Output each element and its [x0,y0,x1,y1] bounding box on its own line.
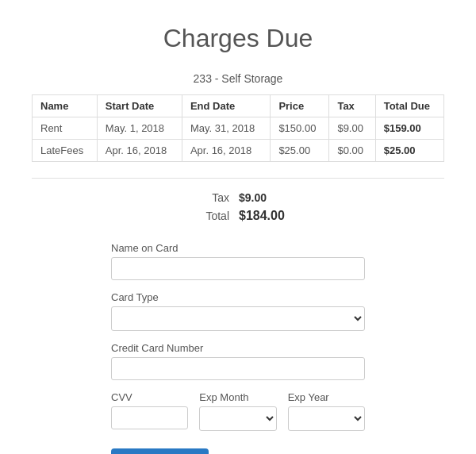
name-on-card-group: Name on Card [111,242,365,280]
row-2-price: $25.00 [271,140,329,162]
card-type-label: Card Type [111,291,365,303]
card-type-group: Card Type Visa Mastercard American Expre… [111,291,365,331]
col-header-start-date: Start Date [97,95,182,117]
exp-month-label: Exp Month [199,391,276,403]
col-header-price: Price [271,95,329,117]
row-1-start-date: May. 1, 2018 [97,117,182,140]
cvv-label: CVV [111,391,188,403]
row-2-start-date: Apr. 16, 2018 [97,140,182,162]
name-on-card-input[interactable] [111,257,365,280]
tax-value: $9.00 [239,191,294,204]
row-2-total-due: $25.00 [375,140,443,162]
pay-button[interactable]: Pay $184.00 [111,448,209,454]
page-title: Charges Due [32,24,444,53]
cvv-group: CVV [111,391,188,431]
total-value: $184.00 [239,209,294,223]
totals-section: Tax $9.00 Total $184.00 [32,191,444,223]
exp-year-select[interactable]: 201820192020 202120222023 20242025 [288,406,365,431]
charges-table: Name Start Date End Date Price Tax Total… [32,94,444,162]
subtitle: 233 - Self Storage [32,72,444,85]
col-header-tax: Tax [329,95,375,117]
credit-card-number-input[interactable] [111,357,365,380]
credit-card-number-label: Credit Card Number [111,342,365,354]
credit-card-number-group: Credit Card Number [111,342,365,380]
col-header-total-due: Total Due [375,95,443,117]
row-1-end-date: May. 31, 2018 [182,117,270,140]
tax-label: Tax [182,191,229,204]
exp-month-group: Exp Month 010203 040506 070809 101112 [199,391,276,431]
row-2-tax: $0.00 [329,140,375,162]
exp-year-group: Exp Year 201820192020 202120222023 20242… [288,391,365,431]
col-header-name: Name [33,95,98,117]
row-1-price: $150.00 [271,117,329,140]
row-2-end-date: Apr. 16, 2018 [182,140,270,162]
total-row: Total $184.00 [32,209,444,223]
row-2-name: LateFees [33,140,98,162]
divider [32,178,444,179]
payment-form: Name on Card Card Type Visa Mastercard A… [111,242,365,454]
total-label: Total [182,210,229,222]
exp-year-label: Exp Year [288,391,365,403]
name-on-card-label: Name on Card [111,242,365,254]
table-row: LateFees Apr. 16, 2018 Apr. 16, 2018 $25… [33,140,444,162]
cvv-input[interactable] [111,406,188,429]
exp-month-select[interactable]: 010203 040506 070809 101112 [199,406,276,431]
row-1-name: Rent [33,117,98,140]
row-1-total-due: $159.00 [375,117,443,140]
tax-row: Tax $9.00 [32,191,444,204]
card-details-row: CVV Exp Month 010203 040506 070809 10111… [111,391,365,442]
table-row: Rent May. 1, 2018 May. 31, 2018 $150.00 … [33,117,444,140]
card-type-select[interactable]: Visa Mastercard American Express Discove… [111,306,365,331]
col-header-end-date: End Date [182,95,270,117]
row-1-tax: $9.00 [329,117,375,140]
